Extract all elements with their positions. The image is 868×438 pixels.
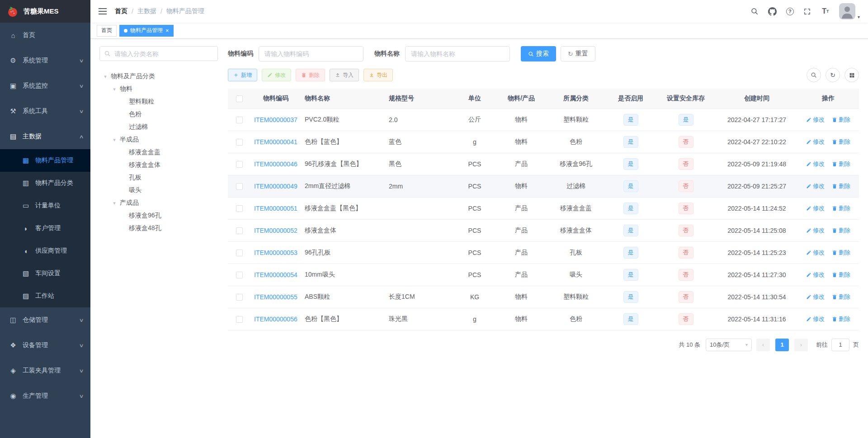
sidebar-item[interactable]: ⚙ 系统管理 ∨ bbox=[0, 48, 90, 73]
breadcrumb-level1[interactable]: 主数据 bbox=[137, 7, 156, 15]
sidebar-item[interactable]: ⚒ 系统工具 ∨ bbox=[0, 99, 90, 124]
sidebar-toggle-button[interactable] bbox=[97, 5, 108, 17]
material-code-link[interactable]: ITEM00000049 bbox=[254, 183, 297, 190]
tree-node[interactable]: 塑料颗粒 bbox=[99, 95, 218, 108]
tab-material-product[interactable]: 物料产品管理 × bbox=[119, 25, 174, 37]
row-checkbox[interactable] bbox=[236, 139, 243, 146]
sidebar-item[interactable]: ▥ 物料产品分类 bbox=[0, 172, 90, 194]
material-code-link[interactable]: ITEM00000052 bbox=[254, 227, 297, 234]
row-checkbox[interactable] bbox=[236, 250, 243, 256]
material-code-link[interactable]: ITEM00000037 bbox=[254, 116, 297, 123]
tree-node[interactable]: 移液盒96孔 bbox=[99, 209, 218, 222]
row-delete-button[interactable]: 删除 bbox=[832, 160, 850, 168]
row-delete-button[interactable]: 删除 bbox=[832, 138, 850, 146]
help-icon[interactable] bbox=[786, 8, 794, 15]
sidebar-item[interactable]: ▤ 主数据 ∧ bbox=[0, 124, 90, 149]
row-delete-button[interactable]: 删除 bbox=[832, 204, 850, 212]
row-delete-button[interactable]: 删除 bbox=[832, 293, 850, 301]
row-checkbox[interactable] bbox=[236, 183, 243, 190]
tree-node[interactable]: 移液盒48孔 bbox=[99, 222, 218, 235]
sidebar-item[interactable]: ▨ 工作站 bbox=[0, 285, 90, 307]
row-delete-button[interactable]: 删除 bbox=[832, 271, 850, 279]
material-code-link[interactable]: ITEM00000046 bbox=[254, 160, 297, 168]
sidebar-item[interactable]: ◖ 供应商管理 bbox=[0, 240, 90, 262]
row-delete-button[interactable]: 删除 bbox=[832, 116, 850, 124]
row-checkbox[interactable] bbox=[236, 316, 243, 323]
tree-node[interactable]: ▾ 半成品 bbox=[99, 133, 218, 146]
tree-node[interactable]: ▾ 产成品 bbox=[99, 197, 218, 209]
tree-node[interactable]: 过滤棉 bbox=[99, 121, 218, 133]
row-edit-button[interactable]: 修改 bbox=[806, 271, 825, 279]
breadcrumb-home[interactable]: 首页 bbox=[115, 7, 127, 15]
sidebar-item[interactable]: ▦ 物料产品管理 bbox=[0, 149, 90, 172]
tree-node[interactable]: 移液盒盒体 bbox=[99, 159, 218, 171]
sidebar-item[interactable]: ◈ 工装夹具管理 ∨ bbox=[0, 358, 90, 383]
row-checkbox[interactable] bbox=[236, 205, 243, 212]
sidebar-item[interactable]: ◗ 客户管理 bbox=[0, 217, 90, 240]
tree-node[interactable]: 吸头 bbox=[99, 184, 218, 197]
tree-node[interactable]: 移液盒盒盖 bbox=[99, 146, 218, 159]
sidebar-item[interactable]: ◉ 生产管理 ∨ bbox=[0, 383, 90, 409]
sidebar-item[interactable]: ▭ 计量单位 bbox=[0, 194, 90, 217]
export-button[interactable]: 导出 bbox=[363, 69, 393, 81]
prev-page-button[interactable]: ‹ bbox=[756, 339, 770, 351]
tree-node[interactable]: ▾ 物料 bbox=[99, 83, 218, 95]
search-button[interactable]: 搜索 bbox=[521, 46, 556, 61]
goto-page-input[interactable] bbox=[831, 339, 849, 351]
close-icon[interactable]: × bbox=[165, 28, 169, 33]
row-checkbox[interactable] bbox=[236, 161, 243, 168]
row-edit-button[interactable]: 修改 bbox=[806, 315, 825, 323]
user-menu[interactable]: ▾ bbox=[839, 3, 860, 19]
tree-node[interactable]: 孔板 bbox=[99, 171, 218, 184]
sidebar-item[interactable]: ▣ 系统监控 ∨ bbox=[0, 73, 90, 99]
row-edit-button[interactable]: 修改 bbox=[806, 293, 825, 301]
material-code-link[interactable]: ITEM00000051 bbox=[254, 205, 297, 212]
search-icon[interactable] bbox=[750, 7, 759, 16]
tree-node[interactable]: ▾ 物料及产品分类 bbox=[99, 70, 218, 83]
toggle-search-button[interactable] bbox=[807, 68, 821, 82]
page-size-select[interactable]: 10条/页 ▾ bbox=[706, 339, 752, 351]
row-checkbox[interactable] bbox=[236, 294, 243, 301]
sidebar-item[interactable]: ◫ 仓储管理 ∨ bbox=[0, 307, 90, 333]
font-size-icon[interactable] bbox=[821, 7, 830, 16]
row-delete-button[interactable]: 删除 bbox=[832, 315, 850, 323]
github-icon[interactable] bbox=[768, 7, 777, 16]
category-search-input[interactable] bbox=[99, 46, 218, 61]
row-checkbox[interactable] bbox=[236, 272, 243, 278]
material-code-link[interactable]: ITEM00000053 bbox=[254, 249, 297, 256]
material-name-input[interactable] bbox=[405, 46, 510, 61]
add-button[interactable]: 新增 bbox=[228, 69, 257, 81]
row-delete-button[interactable]: 删除 bbox=[832, 249, 850, 257]
sidebar-item[interactable]: ❖ 设备管理 ∨ bbox=[0, 333, 90, 358]
columns-button[interactable] bbox=[844, 68, 859, 82]
row-edit-button[interactable]: 修改 bbox=[806, 182, 825, 190]
row-edit-button[interactable]: 修改 bbox=[806, 226, 825, 235]
sidebar-item[interactable]: ⌂ 首页 bbox=[0, 23, 90, 48]
row-delete-button[interactable]: 删除 bbox=[832, 226, 850, 235]
row-edit-button[interactable]: 修改 bbox=[806, 249, 825, 257]
row-checkbox[interactable] bbox=[236, 117, 243, 123]
refresh-button[interactable]: ↻ bbox=[826, 68, 840, 82]
material-code-link[interactable]: ITEM00000041 bbox=[254, 138, 297, 146]
row-edit-button[interactable]: 修改 bbox=[806, 160, 825, 168]
row-delete-button[interactable]: 删除 bbox=[832, 182, 850, 190]
app-logo[interactable]: 苦糖果MES bbox=[0, 0, 90, 23]
select-all-checkbox[interactable] bbox=[236, 95, 243, 102]
tree-node[interactable]: 色粉 bbox=[99, 108, 218, 121]
material-code-input[interactable] bbox=[259, 46, 363, 61]
import-button[interactable]: 导入 bbox=[330, 69, 359, 81]
fullscreen-icon[interactable] bbox=[803, 7, 812, 16]
material-code-link[interactable]: ITEM00000055 bbox=[254, 293, 297, 301]
tab-home[interactable]: 首页 bbox=[97, 25, 117, 37]
page-number-button[interactable]: 1 bbox=[775, 339, 789, 351]
reset-button[interactable]: ↻ 重置 bbox=[561, 46, 595, 61]
sidebar-item[interactable]: ▧ 车间设置 bbox=[0, 262, 90, 285]
row-checkbox[interactable] bbox=[236, 227, 243, 234]
material-code-link[interactable]: ITEM00000056 bbox=[254, 316, 297, 323]
next-page-button[interactable]: › bbox=[794, 339, 808, 351]
material-code-link[interactable]: ITEM00000054 bbox=[254, 271, 297, 278]
edit-button[interactable]: 修改 bbox=[262, 69, 291, 81]
row-edit-button[interactable]: 修改 bbox=[806, 116, 825, 124]
delete-button[interactable]: 删除 bbox=[296, 69, 325, 81]
row-edit-button[interactable]: 修改 bbox=[806, 204, 825, 212]
